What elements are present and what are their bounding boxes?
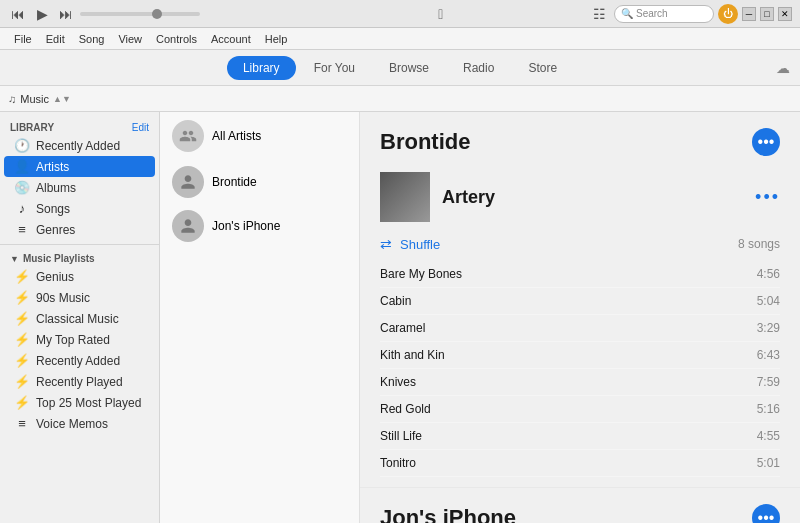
all-artists-item[interactable]: All Artists [160,112,359,160]
menu-account[interactable]: Account [205,31,257,47]
sidebar-item-genres[interactable]: ≡ Genres [4,219,155,240]
sidebar-item-artists[interactable]: 👤 Artists [4,156,155,177]
tab-for-you[interactable]: For You [298,56,371,80]
tab-library[interactable]: Library [227,56,296,80]
song-duration: 4:55 [757,429,780,443]
tab-store[interactable]: Store [512,56,573,80]
sidebar-item-label: Songs [36,202,70,216]
menu-bar: File Edit Song View Controls Account Hel… [0,28,800,50]
power-button[interactable]: ⏻ [718,4,738,24]
fast-forward-button[interactable]: ⏭ [56,6,76,22]
albums-icon: 💿 [14,180,30,195]
recently-added-icon: 🕐 [14,138,30,153]
song-name: Still Life [380,429,422,443]
title-bar: ⏮ ▶ ⏭  ☷ 🔍 Search ⏻ ─ □ ✕ [0,0,800,28]
title-bar-right: ☷ 🔍 Search ⏻ ─ □ ✕ [589,4,792,24]
sidebar-item-recently-added[interactable]: 🕐 Recently Added [4,135,155,156]
song-row-4[interactable]: Knives 7:59 [380,369,780,396]
song-row-3[interactable]: Kith and Kin 6:43 [380,342,780,369]
90s-icon: ⚡ [14,290,30,305]
shuffle-button[interactable]: Shuffle [400,237,730,252]
progress-bar[interactable] [80,12,200,16]
sidebar-item-albums[interactable]: 💿 Albums [4,177,155,198]
sidebar-item-label: Genres [36,223,75,237]
brontide-more-button[interactable]: ••• [752,128,780,156]
artists-icon: 👤 [14,159,30,174]
top-rated-icon: ⚡ [14,332,30,347]
song-duration: 7:59 [757,375,780,389]
sidebar-item-label: Recently Added [36,139,120,153]
recently-added-pl-icon: ⚡ [14,353,30,368]
song-duration: 5:04 [757,294,780,308]
sidebar-item-genius[interactable]: ⚡ Genius [4,266,155,287]
main-inner: All Artists Brontide Jon's iPhone Bronti… [160,112,800,523]
sidebar-item-90s-music[interactable]: ⚡ 90s Music [4,287,155,308]
sidebar-item-label: Genius [36,270,74,284]
tab-radio[interactable]: Radio [447,56,510,80]
library-section-header: Library Edit [0,118,159,135]
sidebar-item-voice-memos[interactable]: ≡ Voice Memos [4,413,155,434]
playlists-section[interactable]: ▼ Music Playlists [0,249,159,266]
sidebar-item-top-25[interactable]: ⚡ Top 25 Most Played [4,392,155,413]
rewind-button[interactable]: ⏮ [8,6,28,22]
song-duration: 5:16 [757,402,780,416]
playlists-chevron-icon: ▼ [10,254,19,264]
all-artists-label: All Artists [212,129,261,143]
list-icon[interactable]: ☷ [589,4,610,24]
artist-item-brontide[interactable]: Brontide [160,160,359,204]
song-name: Kith and Kin [380,348,445,362]
menu-song[interactable]: Song [73,31,111,47]
menu-controls[interactable]: Controls [150,31,203,47]
sidebar-item-classical[interactable]: ⚡ Classical Music [4,308,155,329]
menu-edit[interactable]: Edit [40,31,71,47]
edit-button[interactable]: Edit [132,122,149,133]
search-box[interactable]: 🔍 Search [614,5,714,23]
song-duration: 5:01 [757,456,780,470]
sidebar-item-my-top-rated[interactable]: ⚡ My Top Rated [4,329,155,350]
album-more-button[interactable]: ••• [755,187,780,208]
icloud-icon[interactable]: ☁ [776,60,790,76]
menu-file[interactable]: File [8,31,38,47]
song-duration: 3:29 [757,321,780,335]
music-note-icon: ♫ [8,93,16,105]
jons-iphone-thumb [172,210,204,242]
sidebar-item-recently-played[interactable]: ⚡ Recently Played [4,371,155,392]
menu-help[interactable]: Help [259,31,294,47]
sidebar-item-recently-added-pl[interactable]: ⚡ Recently Added [4,350,155,371]
brontide-title: Brontide [380,129,470,155]
song-row-1[interactable]: Cabin 5:04 [380,288,780,315]
sidebar-item-label: Recently Played [36,375,123,389]
library-section-title: Library [10,122,54,133]
minimize-button[interactable]: ─ [742,7,756,21]
artist-item-jons-iphone[interactable]: Jon's iPhone [160,204,359,248]
voice-memos-icon: ≡ [14,416,30,431]
sidebar-item-label: 90s Music [36,291,90,305]
tab-browse[interactable]: Browse [373,56,445,80]
iphone-more-button[interactable]: ••• [752,504,780,523]
maximize-button[interactable]: □ [760,7,774,21]
nav-bar: Library For You Browse Radio Store ☁ [0,50,800,86]
source-row: ♫ Music ▲▼ [0,86,800,112]
play-button[interactable]: ▶ [32,6,52,22]
song-row-7[interactable]: Tonitro 5:01 [380,450,780,477]
brontide-thumb [172,166,204,198]
song-row-2[interactable]: Caramel 3:29 [380,315,780,342]
sidebar-item-label: My Top Rated [36,333,110,347]
right-panel: Brontide ••• Artery ••• ⇄ Shuffle 8 song… [360,112,800,523]
menu-view[interactable]: View [112,31,148,47]
sidebar-item-label: Recently Added [36,354,120,368]
all-artists-icon [172,120,204,152]
sidebar-item-songs[interactable]: ♪ Songs [4,198,155,219]
source-label[interactable]: Music [20,93,49,105]
brontide-header: Brontide ••• [360,112,800,166]
song-name: Red Gold [380,402,431,416]
song-duration: 4:56 [757,267,780,281]
close-button[interactable]: ✕ [778,7,792,21]
song-name: Caramel [380,321,425,335]
album-art-image [380,172,430,222]
song-row-6[interactable]: Still Life 4:55 [380,423,780,450]
song-row-0[interactable]: Bare My Bones 4:56 [380,261,780,288]
artery-section: Artery ••• ⇄ Shuffle 8 songs Bare My Bon… [360,166,800,487]
song-row-5[interactable]: Red Gold 5:16 [380,396,780,423]
playlists-section-title: Music Playlists [23,253,95,264]
